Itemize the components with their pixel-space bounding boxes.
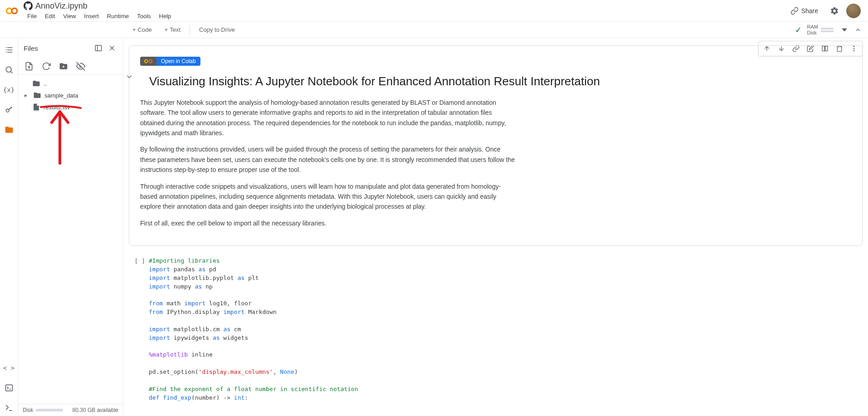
file-item-sample-data[interactable]: ▸ sample_data xyxy=(18,89,123,101)
folder-icon xyxy=(32,79,41,88)
folder-icon xyxy=(33,91,42,99)
menu-help[interactable]: Help xyxy=(156,12,175,20)
panel-icon xyxy=(94,44,102,52)
toggle-panel-button[interactable] xyxy=(93,43,104,54)
eye-off-icon xyxy=(76,62,85,71)
command-palette-button[interactable] xyxy=(1,380,17,396)
menu-runtime[interactable]: Runtime xyxy=(103,12,132,20)
disk-available: 80.30 GB available xyxy=(73,407,118,413)
resource-bars xyxy=(821,28,834,32)
terminal-icon xyxy=(5,403,14,412)
refresh-icon xyxy=(42,62,51,71)
svg-point-21 xyxy=(145,60,148,63)
plus-icon: + xyxy=(165,26,168,33)
files-toolbar xyxy=(18,58,123,75)
notebook-title[interactable]: AnnoViz.ipynb xyxy=(35,1,88,11)
share-button[interactable]: Share xyxy=(786,4,823,18)
svg-point-22 xyxy=(149,60,152,63)
secrets-button[interactable] xyxy=(1,102,17,118)
files-panel-title: Files xyxy=(24,44,38,52)
svg-point-2 xyxy=(6,67,11,72)
ram-label: RAM xyxy=(807,24,818,29)
menu-edit[interactable]: Edit xyxy=(41,12,59,20)
toolbar: + Code + Text Copy to Drive ✓ RAM Disk xyxy=(0,22,868,38)
close-panel-button[interactable] xyxy=(107,43,117,54)
toc-button[interactable] xyxy=(1,42,17,58)
settings-button[interactable] xyxy=(826,3,843,19)
copy-drive-label: Copy to Drive xyxy=(199,26,235,33)
code-snippets-button[interactable]: < > xyxy=(1,360,17,376)
left-rail: {x} < > xyxy=(0,38,18,416)
file-item-results[interactable]: results.tsv xyxy=(18,101,123,113)
colab-badge-logo xyxy=(140,57,156,66)
refresh-button[interactable] xyxy=(42,62,51,71)
divider xyxy=(190,25,190,34)
svg-rect-5 xyxy=(5,385,12,391)
code-icon: < > xyxy=(3,364,15,372)
terminal-button[interactable] xyxy=(1,400,17,416)
file-tree: .. ▸ sample_data results.tsv xyxy=(18,75,123,404)
terminal-square-icon xyxy=(5,383,14,392)
code-cell[interactable]: [ ] #Importing libraries import pandas a… xyxy=(129,253,863,406)
menu-bar: File Edit View Insert Runtime Tools Help xyxy=(24,12,786,20)
folder-icon xyxy=(5,125,14,134)
file-label: results.tsv xyxy=(44,104,70,111)
disk-label: Disk xyxy=(23,407,33,413)
disk-usage: Disk 80.30 GB available xyxy=(18,404,123,416)
upload-file-icon xyxy=(24,62,34,71)
collapse-section-button[interactable] xyxy=(124,71,135,82)
hide-files-button[interactable] xyxy=(76,62,85,71)
chevron-up-icon xyxy=(854,26,862,34)
markdown-cell[interactable]: Open in Colab Visualizing Insights: A Ju… xyxy=(129,45,863,246)
markdown-p4: First of all, exec the cell below to imp… xyxy=(140,218,517,228)
search-icon xyxy=(5,65,14,74)
search-button[interactable] xyxy=(1,62,17,78)
open-in-colab-badge[interactable]: Open in Colab xyxy=(140,57,200,66)
code-editor[interactable]: #Importing libraries import pandas as pd… xyxy=(149,257,863,406)
files-button[interactable] xyxy=(1,122,17,138)
add-code-button[interactable]: + Code xyxy=(129,24,156,35)
code-label: Code xyxy=(138,26,152,33)
markdown-content: Visualizing Insights: A Jupyter Notebook… xyxy=(140,74,851,228)
title-area: AnnoViz.ipynb File Edit View Insert Runt… xyxy=(24,1,786,20)
execution-gutter[interactable]: [ ] xyxy=(132,257,149,406)
menu-file[interactable]: File xyxy=(24,12,40,20)
plus-icon: + xyxy=(132,26,136,33)
chevron-down-icon xyxy=(125,73,133,81)
add-text-button[interactable]: + Text xyxy=(161,24,184,35)
notebook-area[interactable]: Open in Colab Visualizing Insights: A Ju… xyxy=(123,38,868,416)
upload-file-button[interactable] xyxy=(24,62,34,71)
connected-check-icon: ✓ xyxy=(795,25,802,35)
file-label: sample_data xyxy=(44,92,78,99)
drive-icon xyxy=(59,62,68,71)
share-label: Share xyxy=(801,7,818,15)
file-label: .. xyxy=(44,80,47,87)
mount-drive-button[interactable] xyxy=(59,62,68,71)
files-panel: Files xyxy=(18,38,123,416)
resources-button[interactable]: RAM Disk xyxy=(804,22,837,37)
link-icon xyxy=(790,7,799,15)
svg-line-3 xyxy=(10,72,12,73)
list-icon xyxy=(5,45,14,54)
connection-menu-button[interactable] xyxy=(839,22,850,38)
file-icon xyxy=(32,103,41,111)
key-icon xyxy=(5,105,14,114)
colab-logo[interactable] xyxy=(4,3,20,19)
copy-to-drive-button[interactable]: Copy to Drive xyxy=(195,24,239,35)
collapse-toolbar-button[interactable] xyxy=(852,22,864,38)
menu-tools[interactable]: Tools xyxy=(133,12,154,20)
menu-insert[interactable]: Insert xyxy=(80,12,102,20)
markdown-p2: By following the instructions provided, … xyxy=(140,144,517,175)
user-avatar[interactable] xyxy=(846,4,861,18)
markdown-p1: This Jupyter Notebook support the analys… xyxy=(140,98,517,138)
disk-label: Disk xyxy=(807,30,818,35)
svg-rect-8 xyxy=(95,45,102,51)
file-item-parent[interactable]: .. xyxy=(18,78,123,89)
text-label: Text xyxy=(170,26,180,33)
svg-point-1 xyxy=(12,8,17,14)
close-icon xyxy=(108,44,116,52)
colab-badge-text: Open in Colab xyxy=(156,57,200,66)
github-icon xyxy=(24,1,33,10)
menu-view[interactable]: View xyxy=(59,12,79,20)
variables-button[interactable]: {x} xyxy=(1,82,17,98)
